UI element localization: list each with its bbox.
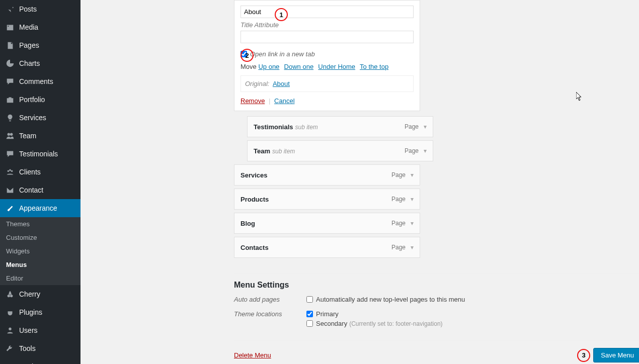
- sidebar-item-label: Contact: [19, 186, 43, 194]
- sidebar-item-label: Posts: [19, 5, 37, 13]
- menu-item-title: Testimonialssub item: [254, 123, 318, 131]
- sidebar-item-tools[interactable]: Tools: [0, 339, 81, 357]
- svg-point-6: [10, 295, 13, 297]
- pin-icon: [5, 4, 15, 14]
- annotation-3: 3: [577, 349, 590, 362]
- sidebar-item-pages[interactable]: Pages: [0, 36, 81, 54]
- sidebar-item-label: Charts: [19, 59, 40, 67]
- wrench-icon: [5, 343, 15, 353]
- clients-icon: [5, 167, 15, 177]
- chevron-down-icon[interactable]: ▾: [424, 147, 427, 154]
- sidebar-item-posts[interactable]: Posts: [0, 0, 81, 18]
- sidebar-item-clients[interactable]: Clients: [0, 163, 81, 181]
- menu-item-services[interactable]: ServicesPage▾: [234, 164, 420, 186]
- menu-settings-section: Menu Settings Auto add pages Automatical…: [234, 273, 639, 329]
- menu-item-type: Page▾: [405, 123, 427, 130]
- appearance-submenu: ThemesCustomizeWidgetsMenusEditor: [0, 217, 81, 285]
- sidebar-item-services[interactable]: Services: [0, 109, 81, 127]
- mail-icon: [5, 185, 15, 195]
- menu-item-type: Page▾: [391, 196, 414, 203]
- menu-settings-heading: Menu Settings: [234, 281, 639, 290]
- remove-link[interactable]: Remove: [241, 97, 265, 105]
- sidebar-item-plugins[interactable]: Plugins: [0, 303, 81, 321]
- menu-item-title: Blog: [241, 220, 255, 227]
- sidebar-item-users[interactable]: Users: [0, 321, 81, 339]
- svg-point-2: [8, 170, 10, 172]
- admin-sidebar: PostsMediaPagesChartsCommentsPortfolioSe…: [0, 0, 81, 364]
- title-attribute-input[interactable]: [241, 31, 414, 43]
- chevron-down-icon[interactable]: ▾: [411, 171, 414, 178]
- sidebar-item-appearance[interactable]: Appearance: [0, 199, 81, 217]
- sidebar-item-label: Clients: [19, 168, 41, 176]
- navigation-label-input[interactable]: [241, 6, 414, 18]
- chevron-down-icon[interactable]: ▾: [424, 123, 427, 130]
- move-top-link[interactable]: To the top: [360, 63, 388, 70]
- delete-menu-link[interactable]: Delete Menu: [234, 351, 271, 359]
- submenu-item-widgets[interactable]: Widgets: [0, 244, 81, 258]
- sidebar-item-label: Portfolio: [19, 96, 45, 104]
- menu-item-blog[interactable]: BlogPage▾: [234, 213, 420, 234]
- menu-item-title: Services: [241, 171, 268, 179]
- sidebar-item-comments[interactable]: Comments: [0, 72, 81, 90]
- chevron-down-icon[interactable]: ▾: [411, 244, 414, 251]
- sidebar-item-cherry[interactable]: Cherry: [0, 285, 81, 303]
- chevron-down-icon[interactable]: ▾: [411, 220, 414, 227]
- menu-item-title: Products: [241, 196, 269, 203]
- cherry-icon: [5, 289, 15, 299]
- sidebar-item-label: Services: [19, 114, 46, 122]
- menu-item-type: Page▾: [405, 147, 427, 154]
- main-content: Title Attribute Open link in a new tab M…: [81, 0, 639, 364]
- submenu-item-themes[interactable]: Themes: [0, 217, 81, 231]
- sidebar-item-label: Comments: [19, 77, 53, 85]
- sidebar-item-label: Plugins: [19, 308, 42, 316]
- sidebar-item-label: Users: [19, 326, 38, 334]
- secondary-location-checkbox[interactable]: [306, 320, 313, 327]
- svg-point-5: [8, 295, 10, 297]
- move-up-link[interactable]: Up one: [258, 63, 279, 70]
- save-menu-button[interactable]: Save Menu: [593, 348, 639, 362]
- menu-item-team[interactable]: Teamsub itemPage▾: [247, 140, 433, 161]
- sidebar-item-team[interactable]: Team: [0, 127, 81, 145]
- sidebar-item-label: Appearance: [19, 204, 57, 212]
- submenu-item-customize[interactable]: Customize: [0, 231, 81, 244]
- move-down-link[interactable]: Down one: [284, 63, 314, 70]
- menu-item-type: Page▾: [391, 171, 414, 178]
- submenu-item-editor[interactable]: Editor: [0, 271, 81, 285]
- primary-location-checkbox[interactable]: [306, 311, 313, 317]
- move-under-link[interactable]: Under Home: [318, 63, 355, 70]
- auto-add-label: Auto add pages: [234, 296, 306, 305]
- user-icon: [5, 325, 15, 335]
- portfolio-icon: [5, 95, 15, 105]
- open-new-tab-checkbox[interactable]: [241, 51, 247, 57]
- gears-icon: [5, 361, 15, 364]
- sidebar-item-label: Testimonials: [19, 150, 58, 158]
- footer-bar: Delete Menu 3 Save Menu: [234, 340, 639, 362]
- theme-locations-label: Theme locations: [234, 310, 306, 329]
- menu-item-testimonials[interactable]: Testimonialssub itemPage▾: [247, 116, 433, 137]
- menu-item-title: Contacts: [241, 244, 269, 251]
- menu-item-title: Teamsub item: [254, 147, 295, 155]
- sidebar-item-charts[interactable]: Charts: [0, 54, 81, 72]
- sidebar-item-portfolio[interactable]: Portfolio: [0, 90, 81, 109]
- submenu-item-menus[interactable]: Menus: [0, 258, 81, 271]
- menu-item-expanded-about: Title Attribute Open link in a new tab M…: [234, 0, 420, 111]
- svg-point-3: [9, 169, 11, 171]
- sidebar-item-settings[interactable]: Settings: [0, 357, 81, 364]
- sidebar-item-testimonials[interactable]: Testimonials: [0, 145, 81, 163]
- original-link[interactable]: About: [273, 80, 290, 87]
- menu-item-contacts[interactable]: ContactsPage▾: [234, 237, 420, 258]
- sidebar-item-contact[interactable]: Contact: [0, 181, 81, 199]
- media-icon: [5, 22, 15, 32]
- auto-add-checkbox[interactable]: [306, 296, 313, 303]
- sidebar-item-label: Tools: [19, 344, 36, 352]
- title-attribute-label: Title Attribute: [241, 21, 414, 29]
- page-icon: [5, 40, 15, 50]
- sidebar-item-label: Cherry: [19, 290, 40, 298]
- menu-item-type: Page▾: [391, 220, 414, 227]
- cancel-link[interactable]: Cancel: [274, 97, 294, 105]
- svg-point-4: [11, 170, 13, 172]
- bulb-icon: [5, 113, 15, 123]
- chevron-down-icon[interactable]: ▾: [411, 196, 414, 203]
- menu-item-products[interactable]: ProductsPage▾: [234, 189, 420, 210]
- sidebar-item-media[interactable]: Media: [0, 18, 81, 36]
